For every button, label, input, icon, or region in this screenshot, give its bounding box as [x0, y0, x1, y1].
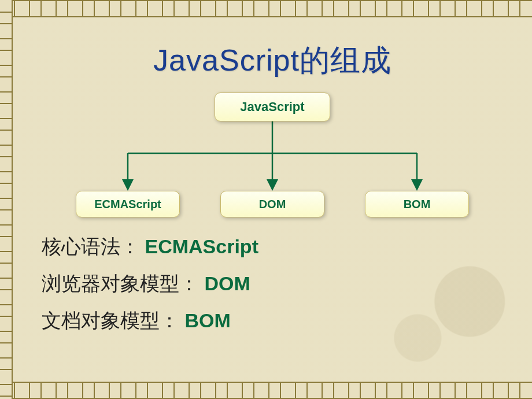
bullet-list: 核心语法： ECMAScript 浏览器对象模型： DOM 文档对象模型： BO… [42, 230, 509, 337]
bullet-row: 核心语法： ECMAScript [42, 230, 509, 264]
slide-title: JavaScript的组成 [36, 40, 509, 81]
bullet-row: 浏览器对象模型： DOM [42, 267, 509, 301]
bullet-value: ECMAScript [145, 235, 258, 257]
bullet-label: 浏览器对象模型： [42, 273, 199, 294]
diagram-child-dom: DOM [220, 191, 324, 217]
bullet-label: 核心语法： [42, 236, 145, 257]
hierarchy-diagram: JavaScript ECMAScript DOM BOM [53, 93, 492, 220]
decorative-border-top [0, 0, 532, 17]
decorative-border-left [0, 0, 13, 399]
bullet-value: DOM [204, 272, 250, 294]
diagram-root-node: JavaScript [215, 93, 330, 121]
decorative-border-bottom [0, 382, 532, 399]
bullet-row: 文档对象模型： BOM [42, 304, 509, 338]
bullet-value: BOM [184, 309, 230, 331]
slide-content: JavaScript的组成 JavaScript ECMAScript DOM … [13, 17, 532, 382]
diagram-child-ecmascript: ECMAScript [76, 191, 180, 217]
bullet-label: 文档对象模型： [42, 310, 179, 331]
diagram-child-bom: BOM [365, 191, 469, 217]
